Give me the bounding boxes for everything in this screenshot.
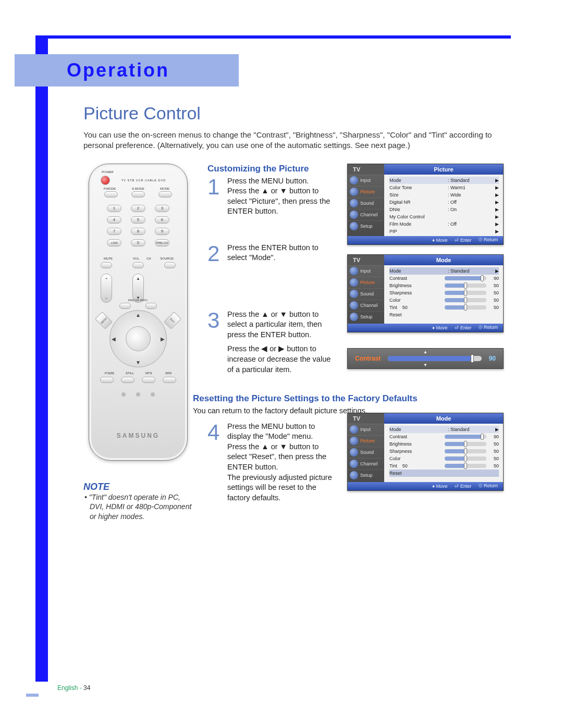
mts-button: [142, 377, 155, 383]
key-plus100: +100: [107, 239, 121, 246]
dpad: ▲ ▼ ◀ ▶ ENTER: [109, 310, 167, 367]
osd-row: Color 50: [389, 297, 499, 304]
osd-row: Sharpness 50: [389, 289, 499, 297]
channel-icon: [350, 211, 358, 219]
mute-button: [101, 262, 112, 268]
frame-top: [35, 35, 511, 39]
osd-main: Mode: Standard▶ Contrast 90 Brightness 5…: [384, 265, 503, 324]
input-icon: [350, 267, 358, 275]
step-1: 1 Press the MENU button. Press the ▲ or …: [207, 176, 333, 217]
strip-label: Contrast: [355, 355, 381, 362]
channel-icon: [350, 301, 358, 310]
dot-icon: [136, 392, 140, 397]
down-triangle-icon: ▼: [423, 363, 427, 367]
srs-label: SRS: [165, 372, 172, 375]
mode-button: [158, 191, 172, 198]
key-prech: PRE-CH: [155, 239, 169, 246]
key-6: 6: [155, 216, 169, 224]
chapter-title: Operation: [67, 59, 169, 81]
osd-row: Mode: Standard▶: [389, 177, 499, 184]
osd-mode-reset-menu: TV Mode Input Picture Sound Channel Setu…: [347, 413, 504, 491]
osd-row: Film Mode: Off▶: [389, 220, 499, 228]
power-label: POWER: [102, 170, 114, 174]
favch-label: FAV.CH: [128, 299, 139, 302]
brand-label: SAMSUNG: [89, 432, 187, 439]
key-4: 4: [107, 216, 121, 224]
key-1: 1: [107, 205, 121, 212]
osd-sidebar: Input Picture Sound Channel Setup: [348, 424, 384, 482]
vol-rocker: +–: [101, 274, 112, 303]
info-button: [145, 303, 157, 309]
input-icon: [350, 425, 358, 434]
osd-row: Contrast 90: [389, 275, 499, 282]
footer-tick: [26, 694, 39, 697]
osd-sidebar: Input Picture Sound Channel Setup: [348, 175, 384, 236]
osd-sidebar: Input Picture Sound Channel Setup: [348, 265, 384, 324]
osd-title: Mode: [384, 255, 503, 265]
setup-icon: [350, 471, 358, 479]
right-arrow-icon: ▶: [161, 336, 165, 341]
key-5: 5: [131, 216, 145, 224]
left-arrow-icon: ◀: [112, 336, 116, 341]
step-4-text: Press the MENU button to display the "Mo…: [227, 422, 333, 503]
osd-footer: ♦ Move ⏎ Enter ⦾ Return: [348, 324, 503, 332]
exit-button: EXIT: [164, 312, 181, 329]
psize-label: P.SIZE: [105, 372, 114, 375]
osd-row: Mode: Standard▶: [389, 267, 499, 275]
osd-row: Sharpness 50: [389, 448, 499, 455]
channel-icon: [350, 460, 358, 468]
smode-button: [131, 191, 145, 198]
osd-row: Tint 50 50: [389, 304, 499, 311]
chapter-tab: Operation: [15, 54, 239, 87]
page-footer: English - 34: [57, 684, 90, 692]
dot-icon: [151, 392, 155, 397]
osd-row: Color Tone: Warm1▶: [389, 184, 499, 191]
picture-icon: [350, 188, 358, 196]
down-arrow-icon: ▼: [136, 360, 141, 365]
vol-label: VOL: [133, 257, 139, 260]
osd-row: Color 50: [389, 455, 499, 462]
note-body: • "Tint" doesn't operate in PC, DVI, HDM…: [83, 492, 193, 522]
ch-label: CH: [146, 257, 151, 260]
osd-row: My Color Control▶: [389, 213, 499, 220]
smode-label: S.MODE: [132, 187, 144, 190]
srs-button: [163, 377, 176, 383]
osd-tv-chip: TV: [348, 164, 384, 175]
picture-icon: [350, 278, 358, 287]
step-number: 2: [207, 243, 222, 265]
setup-icon: [350, 222, 358, 230]
osd-row: Brightness 50: [389, 440, 499, 448]
step-number: 4: [207, 422, 222, 503]
favch-button: [119, 303, 131, 309]
osd-tv-chip: TV: [348, 255, 384, 265]
modebtn-label: MODE: [160, 187, 169, 190]
osd-main: Mode: Standard▶ Color Tone: Warm1▶ Size:…: [384, 175, 503, 236]
remote-illustration: POWER TV STB VCR CABLE DVD P.MODE S.MODE…: [89, 164, 188, 461]
info-label: INFO: [140, 299, 148, 302]
osd-row: Size: Wide▶: [389, 191, 499, 199]
note-heading: NOTE: [83, 482, 193, 492]
osd-row: Brightness 50: [389, 282, 499, 289]
key-3: 3: [155, 205, 169, 212]
frame-left: [35, 35, 48, 682]
step-number: 3: [207, 310, 222, 375]
sound-icon: [350, 448, 358, 456]
mute-label: MUTE: [104, 257, 113, 260]
source-button: [164, 262, 176, 268]
picture-icon: [350, 437, 358, 445]
osd-mode-menu: TV Mode Input Picture Sound Channel Setu…: [347, 254, 504, 332]
setup-icon: [350, 313, 358, 321]
osd-contrast-strip: ▲ ▼ Contrast 90: [347, 348, 504, 369]
sound-icon: [350, 199, 358, 207]
step-3a-text: Press the ▲ or ▼ button to select a part…: [227, 310, 333, 340]
source-select-button: [132, 262, 144, 268]
step-number: 1: [207, 176, 222, 217]
side-channel: Channel: [360, 212, 378, 217]
osd-footer: ♦ Move ⏎ Enter ⦾ Return: [348, 236, 503, 244]
pmode-button: [104, 191, 118, 198]
osd-main: Mode: Standard▶ Contrast 90 Brightness 5…: [384, 424, 503, 482]
section-title: Picture Control: [83, 103, 506, 124]
side-sound: Sound: [360, 201, 374, 206]
step-1-text: Press the MENU button. Press the ▲ or ▼ …: [227, 176, 333, 217]
osd-row: PIP▶: [389, 228, 499, 235]
